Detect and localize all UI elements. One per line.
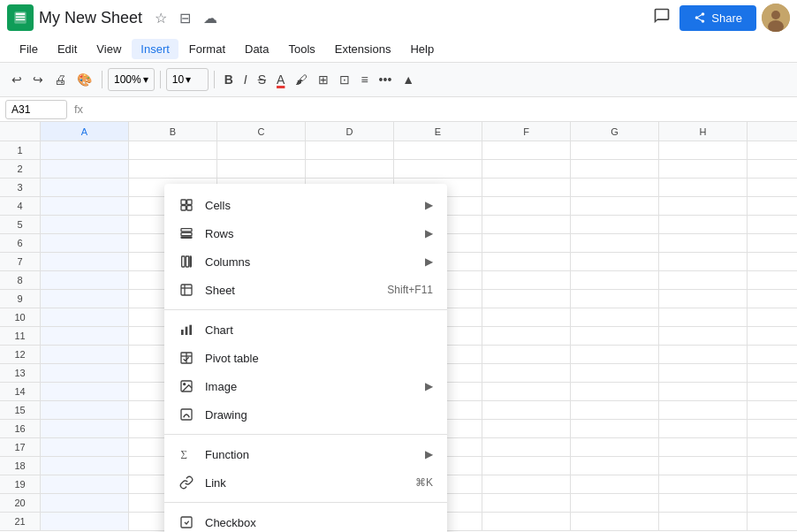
cell[interactable]: [659, 438, 748, 456]
cell[interactable]: [41, 308, 129, 326]
cell[interactable]: [482, 216, 571, 233]
cell[interactable]: [571, 271, 659, 289]
cell[interactable]: [571, 475, 659, 493]
cell[interactable]: [482, 271, 571, 289]
cell[interactable]: [571, 457, 659, 475]
cell[interactable]: [41, 494, 129, 512]
cell[interactable]: [482, 253, 571, 270]
col-header-F[interactable]: F: [482, 122, 571, 141]
cell[interactable]: [41, 420, 129, 437]
row-number-8[interactable]: 8: [0, 271, 41, 289]
cell[interactable]: [482, 383, 571, 400]
cell[interactable]: [482, 308, 571, 326]
print-button[interactable]: 🖨: [49, 69, 71, 90]
col-header-E[interactable]: E: [394, 122, 482, 141]
collapse-button[interactable]: ▲: [398, 69, 419, 90]
cell[interactable]: [41, 234, 129, 252]
cell[interactable]: [659, 141, 748, 159]
menu-sheet[interactable]: Sheet Shift+F11: [164, 276, 447, 304]
row-number-3[interactable]: 3: [0, 179, 41, 196]
cell[interactable]: [41, 457, 129, 475]
menu-chart[interactable]: Chart: [164, 315, 447, 344]
menu-link[interactable]: Link ⌘K: [164, 468, 447, 497]
undo-button[interactable]: ↩: [7, 69, 27, 90]
cell[interactable]: [41, 513, 129, 530]
cell[interactable]: [482, 234, 571, 252]
cell[interactable]: [482, 327, 571, 345]
cell[interactable]: [571, 364, 659, 382]
row-number-17[interactable]: 17: [0, 438, 41, 456]
cell[interactable]: [571, 141, 659, 159]
strikethrough-button[interactable]: S: [254, 69, 270, 90]
cell[interactable]: [571, 216, 659, 233]
comment-button[interactable]: [649, 4, 674, 33]
row-number-1[interactable]: 1: [0, 141, 41, 159]
row-number-7[interactable]: 7: [0, 253, 41, 270]
row-number-2[interactable]: 2: [0, 160, 41, 178]
share-button[interactable]: Share: [679, 5, 756, 31]
cell[interactable]: [571, 438, 659, 456]
cell[interactable]: [482, 457, 571, 475]
row-number-13[interactable]: 13: [0, 364, 41, 382]
cell[interactable]: [482, 438, 571, 456]
cell[interactable]: [41, 216, 129, 233]
cell[interactable]: [41, 160, 129, 178]
menu-help[interactable]: Help: [401, 39, 443, 59]
folder-icon[interactable]: ⊟: [176, 8, 194, 28]
cell[interactable]: [41, 438, 129, 456]
cell[interactable]: [41, 383, 129, 400]
menu-pivot[interactable]: Pivot table: [164, 344, 447, 372]
cell[interactable]: [659, 420, 748, 437]
cell[interactable]: [659, 160, 748, 178]
menu-insert[interactable]: Insert: [132, 39, 178, 59]
col-header-G[interactable]: G: [571, 122, 659, 141]
row-number-6[interactable]: 6: [0, 234, 41, 252]
menu-drawing[interactable]: Drawing: [164, 400, 447, 429]
cell[interactable]: [659, 290, 748, 308]
cell[interactable]: [41, 364, 129, 382]
cell[interactable]: [571, 290, 659, 308]
cell[interactable]: [41, 475, 129, 493]
cell[interactable]: [659, 327, 748, 345]
menu-checkbox[interactable]: Checkbox: [164, 508, 447, 532]
col-header-C[interactable]: C: [217, 122, 306, 141]
cell[interactable]: [659, 216, 748, 233]
cell[interactable]: [482, 513, 571, 530]
cell[interactable]: [129, 141, 217, 159]
cell[interactable]: [41, 401, 129, 419]
cell[interactable]: [41, 141, 129, 159]
cell[interactable]: [482, 475, 571, 493]
cell[interactable]: [394, 160, 482, 178]
cell[interactable]: [571, 160, 659, 178]
menu-view[interactable]: View: [87, 39, 130, 59]
cell[interactable]: [659, 271, 748, 289]
cell[interactable]: [571, 179, 659, 196]
cell[interactable]: [482, 197, 571, 215]
redo-button[interactable]: ↪: [28, 69, 48, 90]
font-size-selector[interactable]: 10 ▾: [166, 68, 209, 91]
cell[interactable]: [571, 346, 659, 363]
star-icon[interactable]: ☆: [151, 8, 171, 28]
text-color-button[interactable]: A: [272, 69, 289, 90]
cell[interactable]: [571, 234, 659, 252]
cell[interactable]: [41, 327, 129, 345]
cell[interactable]: [659, 364, 748, 382]
cell[interactable]: [659, 401, 748, 419]
cell[interactable]: [41, 271, 129, 289]
cloud-icon[interactable]: ☁: [200, 8, 221, 28]
cell[interactable]: [659, 475, 748, 493]
menu-function[interactable]: ∑ Function ▶: [164, 440, 447, 468]
row-number-10[interactable]: 10: [0, 308, 41, 326]
menu-cells[interactable]: Cells ▶: [164, 191, 447, 219]
cell[interactable]: [659, 253, 748, 270]
menu-data[interactable]: Data: [236, 39, 277, 59]
col-header-H[interactable]: H: [659, 122, 748, 141]
cell[interactable]: [571, 197, 659, 215]
cell[interactable]: [659, 308, 748, 326]
row-number-21[interactable]: 21: [0, 513, 41, 530]
merge-button[interactable]: ⊡: [335, 69, 354, 90]
cell[interactable]: [482, 179, 571, 196]
bold-button[interactable]: B: [220, 69, 238, 90]
cell[interactable]: [394, 141, 482, 159]
paint-format-button[interactable]: 🎨: [72, 69, 96, 90]
